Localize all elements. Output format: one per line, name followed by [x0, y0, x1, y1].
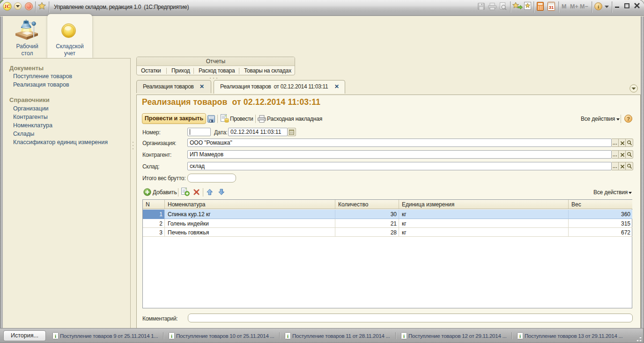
svg-text:i: i	[171, 333, 172, 339]
svg-text:i: i	[55, 333, 56, 339]
svg-text:1С: 1С	[4, 4, 10, 9]
svg-text:i: i	[519, 333, 521, 339]
svg-text:i: i	[287, 333, 289, 339]
svg-text:i: i	[598, 4, 599, 9]
svg-text:i: i	[403, 333, 405, 339]
svg-text:31: 31	[549, 5, 554, 10]
svg-text:?: ?	[627, 116, 630, 122]
